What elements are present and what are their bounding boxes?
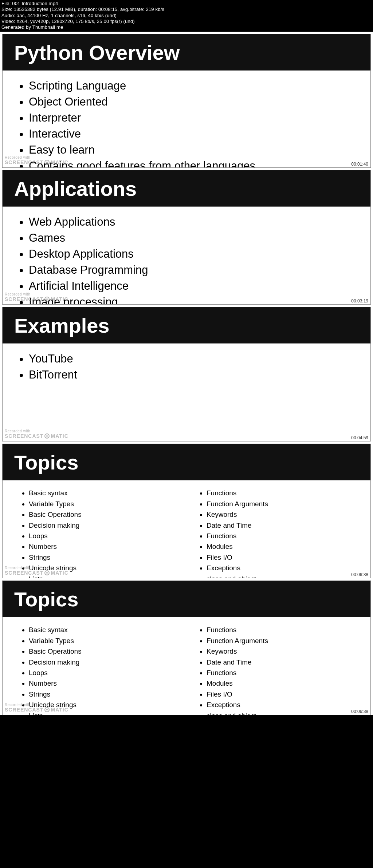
two-column-list: Basic syntax Variable Types Basic Operat… bbox=[23, 488, 364, 578]
list-item: Keywords bbox=[207, 509, 364, 520]
list-item: Interpreter bbox=[29, 110, 364, 126]
list-item: Files I/O bbox=[207, 552, 364, 563]
watermark: Recorded with SCREENCAST MATIC bbox=[5, 155, 68, 165]
slide-body: Web Applications Games Desktop Applicati… bbox=[3, 207, 370, 305]
list-item: Strings bbox=[29, 689, 186, 699]
slide-title: Applications bbox=[3, 170, 370, 207]
slide-body: Scripting Language Object Oriented Inter… bbox=[3, 71, 370, 168]
list-item: Basic syntax bbox=[29, 488, 186, 498]
list-item: Object Oriented bbox=[29, 94, 364, 110]
thumbnail-5: Topics Basic syntax Variable Types Basic… bbox=[2, 580, 371, 715]
list-item: Decision making bbox=[29, 657, 186, 667]
list-item: Functions bbox=[207, 667, 364, 678]
watermark: Recorded with SCREENCAST MATIC bbox=[5, 292, 68, 302]
slide-body: YouTube BitTorrent bbox=[3, 344, 370, 387]
list-item: Database Programming bbox=[29, 262, 364, 278]
meta-audio: Audio: aac, 44100 Hz, 1 channels, s16, 4… bbox=[1, 13, 372, 19]
timestamp: 00:06:38 bbox=[351, 572, 368, 577]
list-item: Keywords bbox=[207, 646, 364, 657]
list-item: YouTube bbox=[29, 351, 364, 367]
watermark: Recorded with SCREENCAST MATIC bbox=[5, 429, 68, 439]
thumbnail-3: Examples YouTube BitTorrent Recorded wit… bbox=[2, 307, 371, 441]
slide-title: Topics bbox=[3, 581, 370, 617]
list-item: Modules bbox=[207, 678, 364, 689]
list-item: Interactive bbox=[29, 126, 364, 142]
list-item: Loops bbox=[29, 667, 186, 678]
list-item: Numbers bbox=[29, 678, 186, 689]
slide-title: Examples bbox=[3, 307, 370, 344]
list-item: Exceptions bbox=[207, 563, 364, 573]
list-item: Modules bbox=[207, 541, 364, 552]
slide-title: Topics bbox=[3, 444, 370, 480]
thumbnail-2: Applications Web Applications Games Desk… bbox=[2, 170, 371, 305]
watermark-circle-icon bbox=[44, 297, 50, 302]
slide-title: Python Overview bbox=[3, 34, 370, 71]
meta-size: Size: 13535382 bytes (12.91 MiB), durati… bbox=[1, 7, 372, 12]
watermark-line1: Recorded with bbox=[5, 155, 68, 159]
list-item: Functions bbox=[207, 625, 364, 635]
list-item: Function Arguments bbox=[207, 499, 364, 509]
watermark-line2: SCREENCAST MATIC bbox=[5, 296, 68, 302]
watermark-text-a: SCREENCAST bbox=[5, 159, 43, 165]
list-item: Functions bbox=[207, 531, 364, 541]
slide-list: YouTube BitTorrent bbox=[23, 351, 364, 383]
meta-video: Video: h264, yuv420p, 1280x720, 175 kb/s… bbox=[1, 19, 372, 24]
list-item: Image processing bbox=[29, 294, 364, 305]
thumbnail-4: Topics Basic syntax Variable Types Basic… bbox=[2, 444, 371, 578]
slide-list: Scripting Language Object Oriented Inter… bbox=[23, 78, 364, 168]
list-item: Date and Time bbox=[207, 520, 364, 531]
watermark: Recorded with SCREENCAST MATIC bbox=[5, 566, 68, 576]
watermark-circle-icon bbox=[44, 707, 50, 712]
watermark-line1: Recorded with bbox=[5, 429, 68, 433]
slide-body: Basic syntax Variable Types Basic Operat… bbox=[3, 480, 370, 578]
watermark-text-b: MATIC bbox=[51, 296, 68, 302]
list-item: Basic syntax bbox=[29, 625, 186, 635]
watermark-text-b: MATIC bbox=[51, 570, 68, 576]
watermark-line1: Recorded with bbox=[5, 292, 68, 296]
watermark-circle-icon bbox=[44, 433, 50, 439]
list-item: Basic Operations bbox=[29, 646, 186, 657]
watermark-text-a: SCREENCAST bbox=[5, 570, 43, 576]
list-item: Strings bbox=[29, 552, 186, 563]
list-item: Scripting Language bbox=[29, 78, 364, 94]
watermark-text-a: SCREENCAST bbox=[5, 296, 43, 302]
two-column-list: Basic syntax Variable Types Basic Operat… bbox=[23, 625, 364, 715]
slide-list: Web Applications Games Desktop Applicati… bbox=[23, 214, 364, 305]
list-item: class and object bbox=[207, 710, 364, 716]
video-metadata: File: 001 Introduction.mp4 Size: 1353538… bbox=[0, 0, 373, 32]
list-item: Exceptions bbox=[207, 699, 364, 710]
watermark-circle-icon bbox=[44, 160, 50, 165]
watermark: Recorded with SCREENCAST MATIC bbox=[5, 703, 68, 713]
slide-list-col1: Basic syntax Variable Types Basic Operat… bbox=[23, 488, 186, 578]
watermark-text-b: MATIC bbox=[51, 433, 68, 439]
list-item: Date and Time bbox=[207, 657, 364, 667]
list-item: Variable Types bbox=[29, 635, 186, 646]
watermark-circle-icon bbox=[44, 570, 50, 575]
list-item: Function Arguments bbox=[207, 635, 364, 646]
list-item: Desktop Applications bbox=[29, 246, 364, 262]
list-item: Files I/O bbox=[207, 689, 364, 699]
list-item: Loops bbox=[29, 531, 186, 541]
watermark-line2: SCREENCAST MATIC bbox=[5, 570, 68, 576]
list-item: Contains good features from other langua… bbox=[29, 158, 364, 168]
watermark-text-a: SCREENCAST bbox=[5, 707, 43, 713]
watermark-line1: Recorded with bbox=[5, 703, 68, 707]
watermark-text-b: MATIC bbox=[51, 707, 68, 713]
timestamp: 00:03:19 bbox=[351, 298, 368, 304]
thumbnails-container: Python Overview Scripting Language Objec… bbox=[0, 32, 373, 715]
timestamp: 00:01:40 bbox=[351, 162, 368, 167]
timestamp: 00:06:38 bbox=[351, 709, 368, 714]
slide-body: Basic syntax Variable Types Basic Operat… bbox=[3, 617, 370, 715]
list-item: Easy to learn bbox=[29, 142, 364, 158]
list-item: class and object bbox=[207, 574, 364, 579]
list-item: Web Applications bbox=[29, 214, 364, 230]
meta-generated: Generated by Thumbnail me bbox=[1, 24, 372, 30]
meta-file: File: 001 Introduction.mp4 bbox=[1, 1, 372, 7]
list-item: Variable Types bbox=[29, 499, 186, 509]
slide-list-col2: Functions Function Arguments Keywords Da… bbox=[201, 625, 364, 715]
list-item: Basic Operations bbox=[29, 509, 186, 520]
list-item: Numbers bbox=[29, 541, 186, 552]
slide-list-col2: Functions Function Arguments Keywords Da… bbox=[201, 488, 364, 578]
watermark-line1: Recorded with bbox=[5, 566, 68, 570]
watermark-line2: SCREENCAST MATIC bbox=[5, 159, 68, 165]
